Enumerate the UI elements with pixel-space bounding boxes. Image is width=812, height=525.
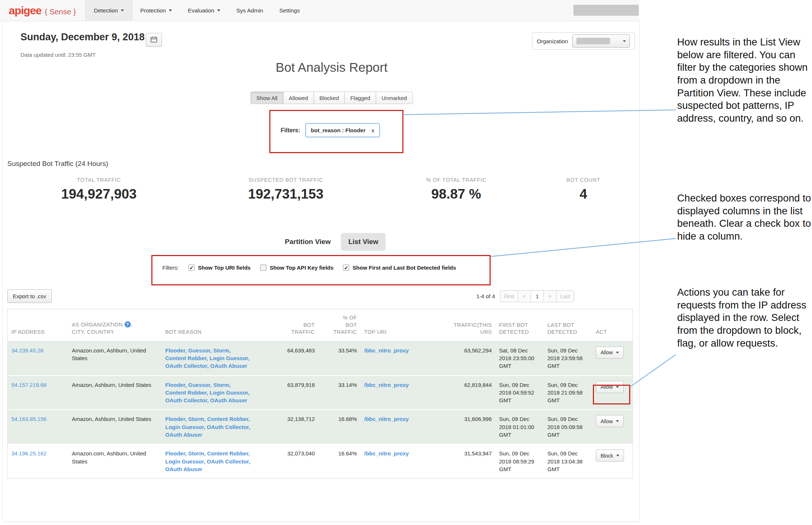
col-header-pct-bot-traffic: % OF BOT TRAFFIC (318, 309, 361, 341)
checkbox-icon[interactable] (260, 265, 266, 271)
checkbox-icon[interactable]: ✓ (343, 265, 349, 271)
ip-address-link[interactable]: 54.163.85.156 (11, 416, 47, 422)
help-icon[interactable]: ? (125, 321, 131, 328)
bot-reason-link[interactable]: Guessor, (188, 347, 212, 354)
nav-item-detection[interactable]: Detection (85, 0, 132, 21)
bot-reason-link[interactable]: OAuth Collector, (207, 424, 250, 430)
action-label: Block (601, 453, 613, 459)
bot-reason-link[interactable]: OAuth Collector, (207, 458, 250, 465)
top-uri-cell: /bbc_nitro_proxy (361, 341, 439, 375)
table-header-row: IP ADDRESS AS ORGANIZATION?,CITY, COUNTR… (8, 309, 632, 341)
bot-traffic-cell: 32,138,712 (256, 410, 318, 444)
col-header-bot-reason: BOT REASON (162, 309, 256, 341)
col-header-top-uri: TOP URI (361, 309, 439, 341)
caret-down-icon (169, 10, 172, 11)
as-organization-cell: Amazon.com, Ashburn, United States (68, 444, 162, 478)
filter-chip-close-icon[interactable]: x (372, 127, 374, 133)
bot-reason-link[interactable]: OAuth Abuser (210, 397, 247, 403)
export-csv-button[interactable]: Export to .csv (7, 289, 52, 303)
pagination-next-button[interactable]: > (543, 290, 557, 302)
checkbox-show-top-uri[interactable]: ✓ Show Top URI fields (188, 265, 251, 271)
bot-reason-link[interactable]: OAuth Collector, (165, 363, 208, 369)
ip-address-link[interactable]: 34.239.45.28 (11, 347, 44, 354)
stat-value: 192,731,153 (248, 186, 324, 202)
ip-address-link[interactable]: 54.157.219.68 (11, 382, 47, 388)
nav-item-evaluation[interactable]: Evaluation (180, 0, 228, 21)
bot-reason-link[interactable]: OAuth Abuser (165, 466, 202, 472)
pagination-page-1-button[interactable]: 1 (531, 290, 544, 302)
checkbox-show-top-api-key[interactable]: Show Top API Key fields (260, 265, 333, 271)
bot-reason-link[interactable]: OAuth Collector, (165, 397, 208, 403)
bot-reason-link[interactable]: Login Guessor, (210, 355, 250, 361)
tab-blocked[interactable]: Blocked (314, 92, 345, 104)
redacted-organization-value (576, 38, 610, 44)
nav-item-settings[interactable]: Settings (271, 0, 308, 21)
pct-bot-traffic-cell: 16.68% (318, 410, 361, 444)
bot-reason-link[interactable]: Content Robber, (165, 389, 208, 396)
action-cell: Allow (592, 376, 632, 410)
stat-label: % OF TOTAL TRAFFIC (426, 177, 486, 183)
pagination-first-button[interactable]: First (500, 290, 518, 302)
bot-reason-link[interactable]: Login Guessor, (210, 389, 250, 396)
bot-reason-link[interactable]: Content Robber, (165, 355, 208, 361)
nav-item-protection[interactable]: Protection (132, 0, 180, 21)
ip-address-link[interactable]: 34.196.25.162 (11, 450, 47, 456)
nav-item-label: Evaluation (188, 7, 214, 14)
first-bot-detected-cell: Sun, 09 Dec 2018 08:59:29 GMT (495, 444, 544, 478)
traffic-this-uri-cell: 31,543,947 (439, 444, 495, 478)
apigee-logo[interactable]: apigee { Sense } (9, 4, 76, 17)
action-dropdown-button[interactable]: Allow (596, 347, 624, 359)
bot-reason-link[interactable]: Guessor, (188, 382, 212, 388)
bot-reason-link[interactable]: OAuth Abuser (165, 432, 202, 438)
last-bot-detected-cell: Sun, 09 Dec 2018 13:04:38 GMT (544, 444, 592, 478)
col-header-text: , (131, 322, 133, 328)
bot-reason-link[interactable]: Storm, (188, 450, 206, 456)
top-uri-link[interactable]: /bbc_nitro_proxy (364, 347, 409, 354)
pct-bot-traffic-cell: 33.54% (318, 341, 361, 375)
tab-unmarked[interactable]: Unmarked (376, 92, 413, 104)
action-dropdown-button[interactable]: Block (596, 450, 624, 462)
bot-reason-link[interactable]: Flooder, (165, 382, 187, 388)
organization-control: Organization (532, 32, 635, 50)
tab-allowed[interactable]: Allowed (283, 92, 314, 104)
bot-reason-link[interactable]: Storm, (213, 347, 231, 354)
bot-reason-link[interactable]: Flooder, (165, 450, 187, 456)
pagination-prev-button[interactable]: < (518, 290, 531, 302)
checkbox-label: Show First and Last Bot Detected fields (353, 265, 456, 271)
bot-reason-link[interactable]: Content Robber, (207, 450, 250, 456)
list-view-toggle[interactable]: List View (341, 233, 386, 251)
action-dropdown-button[interactable]: Allow (596, 381, 624, 393)
bot-reason-link[interactable]: Storm, (213, 382, 231, 388)
bot-reason-link[interactable]: Login Guessor, (165, 458, 205, 465)
col-header-bot-traffic: BOT TRAFFIC (256, 309, 318, 341)
last-bot-detected-cell: Sun, 09 Dec 2018 21:09:58 GMT (544, 376, 592, 410)
checkbox-icon[interactable]: ✓ (188, 265, 195, 271)
bot-reason-link[interactable]: OAuth Abuser (210, 363, 247, 369)
top-uri-link[interactable]: /bbc_nitro_proxy (364, 450, 409, 456)
ip-address-cell: 34.196.25.162 (8, 444, 68, 478)
bot-reason-link[interactable]: Flooder, (165, 347, 187, 354)
tab-flagged[interactable]: Flagged (344, 92, 376, 104)
organization-select[interactable] (572, 34, 630, 48)
apigee-logo-text: apigee (9, 4, 41, 17)
pagination-last-button[interactable]: Last (556, 290, 574, 302)
action-dropdown-button[interactable]: Allow (596, 415, 624, 427)
bot-reason-link[interactable]: Content Robber, (207, 416, 250, 422)
filter-chip[interactable]: bot_reason : Flooder x (305, 123, 380, 137)
tab-show-all[interactable]: Show All (251, 92, 284, 104)
col-header-first-bot-detected: FIRST BOT DETECTED (495, 309, 544, 341)
nav-item-sys-admin[interactable]: Sys Admin (228, 0, 271, 21)
annotation-line-list-filters (491, 239, 676, 256)
checkbox-show-first-last-bot[interactable]: ✓ Show First and Last Bot Detected field… (343, 265, 456, 271)
checkbox-label: Show Top API Key fields (270, 265, 333, 271)
top-navbar: apigee { Sense } Detection Protection Ev… (0, 0, 640, 21)
caret-down-icon (616, 420, 619, 422)
bot-reason-link[interactable]: Flooder, (165, 416, 187, 422)
bot-reason-link[interactable]: Login Guessor, (165, 424, 205, 430)
annotation-text-actions: Actions you can take for requests from t… (677, 286, 812, 350)
top-uri-link[interactable]: /bbc_nitro_proxy (364, 382, 409, 388)
partition-view-toggle[interactable]: Partition View (277, 233, 338, 251)
top-uri-link[interactable]: /bbc_nitro_proxy (364, 416, 409, 422)
calendar-picker-button[interactable] (146, 33, 162, 47)
bot-reason-link[interactable]: Storm, (188, 416, 206, 422)
